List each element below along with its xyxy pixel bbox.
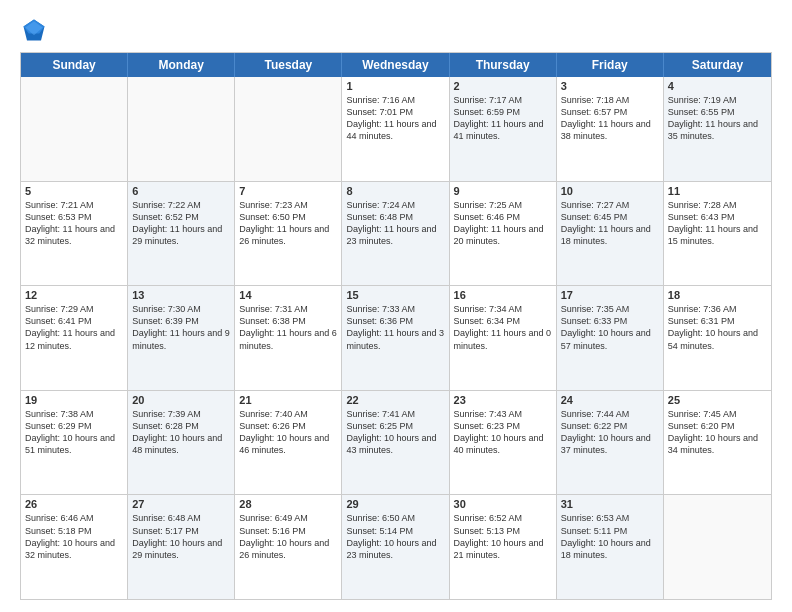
cal-cell: 22Sunrise: 7:41 AM Sunset: 6:25 PM Dayli… (342, 391, 449, 495)
cal-cell: 18Sunrise: 7:36 AM Sunset: 6:31 PM Dayli… (664, 286, 771, 390)
cell-text: Sunrise: 7:40 AM Sunset: 6:26 PM Dayligh… (239, 408, 337, 457)
cell-text: Sunrise: 6:52 AM Sunset: 5:13 PM Dayligh… (454, 512, 552, 561)
cal-cell: 1Sunrise: 7:16 AM Sunset: 7:01 PM Daylig… (342, 77, 449, 181)
day-number: 25 (668, 394, 767, 406)
day-number: 17 (561, 289, 659, 301)
week-row-4: 19Sunrise: 7:38 AM Sunset: 6:29 PM Dayli… (21, 391, 771, 496)
day-number: 19 (25, 394, 123, 406)
cal-cell: 14Sunrise: 7:31 AM Sunset: 6:38 PM Dayli… (235, 286, 342, 390)
cal-cell: 3Sunrise: 7:18 AM Sunset: 6:57 PM Daylig… (557, 77, 664, 181)
cell-text: Sunrise: 7:36 AM Sunset: 6:31 PM Dayligh… (668, 303, 767, 352)
day-number: 9 (454, 185, 552, 197)
day-number: 12 (25, 289, 123, 301)
calendar: SundayMondayTuesdayWednesdayThursdayFrid… (20, 52, 772, 600)
cell-text: Sunrise: 7:31 AM Sunset: 6:38 PM Dayligh… (239, 303, 337, 352)
page: SundayMondayTuesdayWednesdayThursdayFrid… (0, 0, 792, 612)
day-number: 18 (668, 289, 767, 301)
cal-cell: 17Sunrise: 7:35 AM Sunset: 6:33 PM Dayli… (557, 286, 664, 390)
day-number: 14 (239, 289, 337, 301)
cell-text: Sunrise: 7:30 AM Sunset: 6:39 PM Dayligh… (132, 303, 230, 352)
weekday-header-thursday: Thursday (450, 53, 557, 77)
cell-text: Sunrise: 7:39 AM Sunset: 6:28 PM Dayligh… (132, 408, 230, 457)
cell-text: Sunrise: 7:25 AM Sunset: 6:46 PM Dayligh… (454, 199, 552, 248)
day-number: 11 (668, 185, 767, 197)
cell-text: Sunrise: 7:33 AM Sunset: 6:36 PM Dayligh… (346, 303, 444, 352)
cal-cell (21, 77, 128, 181)
cal-cell: 27Sunrise: 6:48 AM Sunset: 5:17 PM Dayli… (128, 495, 235, 599)
week-row-1: 1Sunrise: 7:16 AM Sunset: 7:01 PM Daylig… (21, 77, 771, 182)
weekday-header-sunday: Sunday (21, 53, 128, 77)
day-number: 6 (132, 185, 230, 197)
weekday-header-monday: Monday (128, 53, 235, 77)
cal-cell: 15Sunrise: 7:33 AM Sunset: 6:36 PM Dayli… (342, 286, 449, 390)
cell-text: Sunrise: 7:28 AM Sunset: 6:43 PM Dayligh… (668, 199, 767, 248)
day-number: 15 (346, 289, 444, 301)
day-number: 29 (346, 498, 444, 510)
cal-cell: 23Sunrise: 7:43 AM Sunset: 6:23 PM Dayli… (450, 391, 557, 495)
day-number: 28 (239, 498, 337, 510)
cal-cell (664, 495, 771, 599)
cal-cell: 4Sunrise: 7:19 AM Sunset: 6:55 PM Daylig… (664, 77, 771, 181)
cal-cell: 13Sunrise: 7:30 AM Sunset: 6:39 PM Dayli… (128, 286, 235, 390)
day-number: 22 (346, 394, 444, 406)
day-number: 26 (25, 498, 123, 510)
day-number: 1 (346, 80, 444, 92)
cell-text: Sunrise: 7:22 AM Sunset: 6:52 PM Dayligh… (132, 199, 230, 248)
cal-cell: 9Sunrise: 7:25 AM Sunset: 6:46 PM Daylig… (450, 182, 557, 286)
day-number: 31 (561, 498, 659, 510)
cell-text: Sunrise: 6:50 AM Sunset: 5:14 PM Dayligh… (346, 512, 444, 561)
cell-text: Sunrise: 6:46 AM Sunset: 5:18 PM Dayligh… (25, 512, 123, 561)
cell-text: Sunrise: 6:49 AM Sunset: 5:16 PM Dayligh… (239, 512, 337, 561)
weekday-header-saturday: Saturday (664, 53, 771, 77)
cal-cell: 6Sunrise: 7:22 AM Sunset: 6:52 PM Daylig… (128, 182, 235, 286)
cal-cell: 21Sunrise: 7:40 AM Sunset: 6:26 PM Dayli… (235, 391, 342, 495)
cal-cell: 5Sunrise: 7:21 AM Sunset: 6:53 PM Daylig… (21, 182, 128, 286)
cal-cell: 20Sunrise: 7:39 AM Sunset: 6:28 PM Dayli… (128, 391, 235, 495)
cal-cell: 25Sunrise: 7:45 AM Sunset: 6:20 PM Dayli… (664, 391, 771, 495)
logo-icon (20, 16, 48, 44)
calendar-body: 1Sunrise: 7:16 AM Sunset: 7:01 PM Daylig… (21, 77, 771, 599)
day-number: 16 (454, 289, 552, 301)
cell-text: Sunrise: 7:27 AM Sunset: 6:45 PM Dayligh… (561, 199, 659, 248)
cell-text: Sunrise: 7:21 AM Sunset: 6:53 PM Dayligh… (25, 199, 123, 248)
cell-text: Sunrise: 7:16 AM Sunset: 7:01 PM Dayligh… (346, 94, 444, 143)
weekday-header-friday: Friday (557, 53, 664, 77)
day-number: 13 (132, 289, 230, 301)
cell-text: Sunrise: 6:48 AM Sunset: 5:17 PM Dayligh… (132, 512, 230, 561)
cell-text: Sunrise: 6:53 AM Sunset: 5:11 PM Dayligh… (561, 512, 659, 561)
day-number: 30 (454, 498, 552, 510)
cal-cell: 12Sunrise: 7:29 AM Sunset: 6:41 PM Dayli… (21, 286, 128, 390)
cell-text: Sunrise: 7:17 AM Sunset: 6:59 PM Dayligh… (454, 94, 552, 143)
day-number: 7 (239, 185, 337, 197)
cell-text: Sunrise: 7:35 AM Sunset: 6:33 PM Dayligh… (561, 303, 659, 352)
cal-cell: 24Sunrise: 7:44 AM Sunset: 6:22 PM Dayli… (557, 391, 664, 495)
logo (20, 16, 52, 44)
cal-cell: 29Sunrise: 6:50 AM Sunset: 5:14 PM Dayli… (342, 495, 449, 599)
day-number: 8 (346, 185, 444, 197)
cal-cell: 11Sunrise: 7:28 AM Sunset: 6:43 PM Dayli… (664, 182, 771, 286)
header (20, 16, 772, 44)
cal-cell (235, 77, 342, 181)
day-number: 24 (561, 394, 659, 406)
weekday-header-wednesday: Wednesday (342, 53, 449, 77)
day-number: 27 (132, 498, 230, 510)
cal-cell: 10Sunrise: 7:27 AM Sunset: 6:45 PM Dayli… (557, 182, 664, 286)
cal-cell: 19Sunrise: 7:38 AM Sunset: 6:29 PM Dayli… (21, 391, 128, 495)
cal-cell: 2Sunrise: 7:17 AM Sunset: 6:59 PM Daylig… (450, 77, 557, 181)
cell-text: Sunrise: 7:24 AM Sunset: 6:48 PM Dayligh… (346, 199, 444, 248)
cell-text: Sunrise: 7:45 AM Sunset: 6:20 PM Dayligh… (668, 408, 767, 457)
cell-text: Sunrise: 7:29 AM Sunset: 6:41 PM Dayligh… (25, 303, 123, 352)
cell-text: Sunrise: 7:38 AM Sunset: 6:29 PM Dayligh… (25, 408, 123, 457)
cell-text: Sunrise: 7:44 AM Sunset: 6:22 PM Dayligh… (561, 408, 659, 457)
day-number: 3 (561, 80, 659, 92)
cal-cell: 30Sunrise: 6:52 AM Sunset: 5:13 PM Dayli… (450, 495, 557, 599)
week-row-3: 12Sunrise: 7:29 AM Sunset: 6:41 PM Dayli… (21, 286, 771, 391)
cal-cell: 7Sunrise: 7:23 AM Sunset: 6:50 PM Daylig… (235, 182, 342, 286)
day-number: 2 (454, 80, 552, 92)
cell-text: Sunrise: 7:18 AM Sunset: 6:57 PM Dayligh… (561, 94, 659, 143)
cal-cell: 26Sunrise: 6:46 AM Sunset: 5:18 PM Dayli… (21, 495, 128, 599)
cell-text: Sunrise: 7:34 AM Sunset: 6:34 PM Dayligh… (454, 303, 552, 352)
calendar-header: SundayMondayTuesdayWednesdayThursdayFrid… (21, 53, 771, 77)
cell-text: Sunrise: 7:43 AM Sunset: 6:23 PM Dayligh… (454, 408, 552, 457)
day-number: 20 (132, 394, 230, 406)
